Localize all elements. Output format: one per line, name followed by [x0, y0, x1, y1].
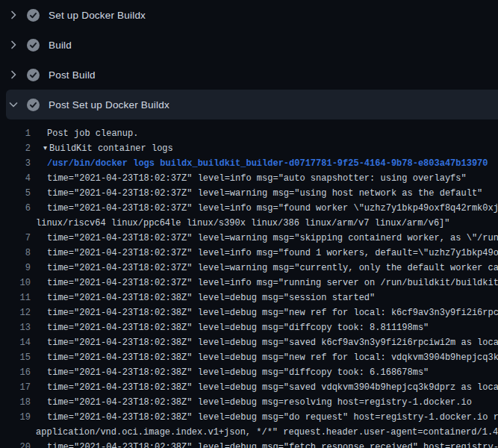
group-collapse-icon[interactable]: ▼: [43, 141, 47, 156]
log-line-text: ▼time="2021-04-23T18:02:37Z" level=info …: [31, 171, 498, 186]
step-success-check-icon: [27, 9, 40, 22]
log-line-number[interactable]: 13: [0, 320, 31, 335]
log-line-text: ▼application/vnd.oci.image.index.v1+json…: [31, 425, 498, 440]
log-output: 1 ▼Post job cleanup. 2 ▼BuildKit contain…: [0, 119, 498, 448]
log-line: 20 ▼time="2021-04-23T18:02:38Z" level=de…: [0, 440, 498, 448]
log-line-number[interactable]: 7: [0, 231, 31, 246]
log-line-number[interactable]: 5: [0, 186, 31, 201]
log-line-number[interactable]: 3: [0, 156, 31, 171]
log-line-text: ▼time="2021-04-23T18:02:38Z" level=debug…: [31, 305, 498, 320]
step-success-check-icon: [27, 99, 40, 111]
chevron-right-icon: [7, 69, 19, 81]
log-line-text: ▼time="2021-04-23T18:02:38Z" level=debug…: [31, 320, 498, 335]
log-line-number[interactable]: 2: [0, 141, 31, 156]
log-line-text: ▼time="2021-04-23T18:02:37Z" level=warni…: [31, 231, 498, 246]
step-title: Post Build: [49, 69, 96, 81]
log-line-number[interactable]: 19: [0, 410, 31, 425]
log-line-number[interactable]: 4: [0, 171, 31, 186]
log-line: 2 ▼BuildKit container logs: [0, 141, 498, 156]
log-line-number[interactable]: 1: [0, 126, 31, 141]
log-line-text: ▼/usr/bin/docker logs buildx_buildkit_bu…: [31, 156, 498, 171]
log-line-number[interactable]: 18: [0, 395, 31, 410]
log-line: 14 ▼time="2021-04-23T18:02:38Z" level=de…: [0, 335, 498, 350]
log-line-number[interactable]: 6: [0, 201, 31, 216]
chevron-right-icon: [7, 9, 19, 21]
log-line: 13 ▼time="2021-04-23T18:02:38Z" level=de…: [0, 320, 498, 335]
log-line-text: ▼time="2021-04-23T18:02:38Z" level=debug…: [31, 350, 498, 365]
log-line: 6 ▼time="2021-04-23T18:02:37Z" level=inf…: [0, 201, 498, 216]
log-line: 12 ▼time="2021-04-23T18:02:38Z" level=de…: [0, 305, 498, 320]
log-line-number[interactable]: 15: [0, 350, 31, 365]
log-line: 7 ▼time="2021-04-23T18:02:37Z" level=war…: [0, 231, 498, 246]
step-header[interactable]: Set up Docker Buildx: [0, 0, 498, 30]
log-line-number[interactable]: 17: [0, 380, 31, 395]
log-line: 8 ▼time="2021-04-23T18:02:37Z" level=inf…: [0, 246, 498, 261]
log-line: 1 ▼Post job cleanup.: [0, 126, 498, 141]
log-line: 5 ▼time="2021-04-23T18:02:37Z" level=war…: [0, 186, 498, 201]
log-line-text: ▼time="2021-04-23T18:02:37Z" level=info …: [31, 276, 498, 290]
chevron-right-icon: [7, 39, 19, 51]
log-line: ▼application/vnd.oci.image.index.v1+json…: [0, 425, 498, 440]
step-success-check-icon: [27, 69, 40, 81]
log-line: 18 ▼time="2021-04-23T18:02:38Z" level=de…: [0, 395, 498, 410]
log-line-number[interactable]: 8: [0, 246, 31, 261]
log-line: 16 ▼time="2021-04-23T18:02:38Z" level=de…: [0, 365, 498, 380]
log-line-number[interactable]: 9: [0, 261, 31, 276]
chevron-down-icon: [7, 99, 19, 111]
log-line-number[interactable]: 14: [0, 335, 31, 350]
log-line: 3 ▼/usr/bin/docker logs buildx_buildkit_…: [0, 156, 498, 171]
log-line: 9 ▼time="2021-04-23T18:02:37Z" level=war…: [0, 261, 498, 276]
log-line-number[interactable]: 16: [0, 365, 31, 380]
log-line-text: ▼time="2021-04-23T18:02:38Z" level=debug…: [31, 380, 498, 395]
step-success-check-icon: [27, 39, 40, 52]
log-line-text: ▼time="2021-04-23T18:02:38Z" level=debug…: [31, 365, 498, 380]
log-line-text: ▼time="2021-04-23T18:02:37Z" level=warni…: [31, 186, 498, 201]
log-line-number[interactable]: 11: [0, 290, 31, 305]
log-line-text: ▼Post job cleanup.: [31, 126, 498, 141]
log-line-text: ▼time="2021-04-23T18:02:37Z" level=warni…: [31, 261, 498, 276]
log-line-number[interactable]: [0, 425, 31, 440]
step-header[interactable]: Build: [0, 30, 498, 60]
job-steps-list: Set up Docker Buildx Build Post Build: [0, 0, 498, 119]
log-line: 4 ▼time="2021-04-23T18:02:37Z" level=inf…: [0, 171, 498, 186]
log-line: 11 ▼time="2021-04-23T18:02:38Z" level=de…: [0, 290, 498, 305]
log-line-text[interactable]: ▼BuildKit container logs: [31, 141, 498, 156]
step-title: Set up Docker Buildx: [49, 10, 146, 21]
log-line-number[interactable]: 20: [0, 440, 31, 448]
log-line-text: ▼linux/riscv64 linux/ppc64le linux/s390x…: [31, 216, 498, 231]
log-line-text: ▼time="2021-04-23T18:02:37Z" level=info …: [31, 246, 498, 261]
log-line-number[interactable]: [0, 216, 31, 231]
step-title: Post Set up Docker Buildx: [49, 99, 169, 111]
log-line: 19 ▼time="2021-04-23T18:02:38Z" level=de…: [0, 410, 498, 425]
log-line-text: ▼time="2021-04-23T18:02:38Z" level=debug…: [31, 440, 498, 448]
log-line-number[interactable]: 12: [0, 305, 31, 320]
log-line-text: ▼time="2021-04-23T18:02:38Z" level=debug…: [31, 395, 498, 410]
log-line-text: ▼time="2021-04-23T18:02:38Z" level=debug…: [31, 290, 498, 305]
log-line-text: ▼time="2021-04-23T18:02:38Z" level=debug…: [31, 410, 498, 425]
step-header[interactable]: Post Build: [0, 60, 498, 90]
log-line: 17 ▼time="2021-04-23T18:02:38Z" level=de…: [0, 380, 498, 395]
log-line-text: ▼time="2021-04-23T18:02:38Z" level=debug…: [31, 335, 498, 350]
log-line: 15 ▼time="2021-04-23T18:02:38Z" level=de…: [0, 350, 498, 365]
step-title: Build: [49, 40, 72, 51]
log-line: ▼linux/riscv64 linux/ppc64le linux/s390x…: [0, 216, 498, 231]
step-header[interactable]: Post Set up Docker Buildx: [6, 90, 498, 119]
log-line-text: ▼time="2021-04-23T18:02:37Z" level=info …: [31, 201, 498, 216]
log-line: 10 ▼time="2021-04-23T18:02:37Z" level=in…: [0, 276, 498, 290]
log-line-number[interactable]: 10: [0, 276, 31, 290]
